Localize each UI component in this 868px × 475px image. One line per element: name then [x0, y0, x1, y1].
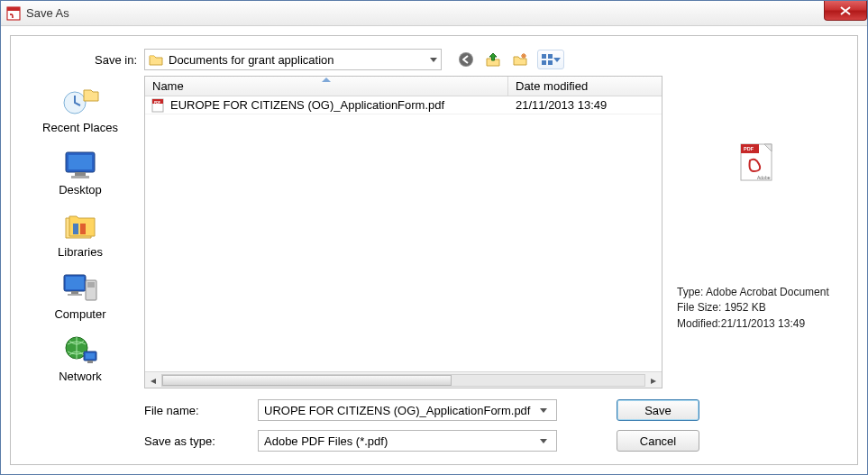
column-name-label: Name [152, 79, 184, 93]
file-name: EUROPE FOR CITIZENS (OG)_ApplicationForm… [170, 98, 444, 112]
place-label: Recent Places [42, 121, 118, 134]
places-bar: Recent Places Desktop Libraries [22, 76, 139, 388]
folder-icon [149, 53, 163, 66]
place-label: Desktop [59, 183, 102, 196]
svg-rect-7 [542, 60, 546, 65]
svg-rect-18 [71, 291, 78, 294]
file-row[interactable]: PDF EUROPE FOR CITIZENS (OG)_Application… [145, 96, 662, 114]
svg-rect-24 [86, 353, 95, 359]
preview-thumbnail: PDF Adobe [677, 81, 837, 243]
meta-type-value: Adobe Acrobat Document [706, 286, 829, 298]
place-network[interactable]: Network [26, 328, 134, 388]
meta-modified-value: 21/11/2013 13:49 [721, 317, 805, 330]
network-icon [60, 332, 100, 368]
scroll-thumb[interactable] [162, 375, 452, 386]
cancel-button[interactable]: Cancel [617, 430, 699, 452]
filename-input[interactable]: UROPE FOR CITIZENS (OG)_ApplicationForm.… [258, 399, 557, 421]
chevron-down-icon [430, 58, 437, 62]
svg-text:Adobe: Adobe [757, 175, 771, 180]
preview-metadata: Type: Adobe Acrobat Document File Size: … [677, 285, 837, 332]
place-recent[interactable]: Recent Places [26, 79, 134, 140]
filename-row: File name: UROPE FOR CITIZENS (OG)_Appli… [144, 399, 841, 421]
filename-label: File name: [144, 404, 234, 417]
save-in-row: Save in: Documents for grant application [22, 49, 841, 70]
savetype-combo[interactable]: Adobe PDF Files (*.pdf) [258, 430, 557, 452]
column-date-header[interactable]: Date modified [508, 77, 662, 96]
meta-modified-label: Modified: [677, 317, 721, 330]
svg-text:PDF: PDF [154, 100, 161, 104]
svg-rect-1 [7, 7, 20, 11]
sort-ascending-icon [322, 78, 331, 82]
svg-rect-5 [542, 54, 546, 59]
place-label: Libraries [58, 245, 103, 259]
svg-rect-15 [80, 224, 86, 234]
place-label: Computer [54, 307, 105, 321]
chevron-down-icon [536, 439, 551, 443]
bottom-controls: File name: UROPE FOR CITIZENS (OG)_Appli… [22, 399, 841, 452]
computer-icon [60, 269, 100, 306]
svg-rect-12 [75, 172, 86, 176]
chevron-down-icon [536, 408, 551, 413]
nav-toolbar [456, 50, 564, 69]
titlebar: Save As [1, 1, 867, 26]
svg-point-3 [460, 53, 472, 66]
up-one-level-button[interactable] [483, 50, 503, 69]
file-date: 21/11/2013 13:49 [508, 98, 662, 112]
horizontal-scrollbar[interactable]: ◂ ▸ [145, 371, 662, 388]
svg-rect-11 [69, 155, 92, 169]
svg-rect-21 [87, 282, 95, 288]
meta-size-value: 1952 KB [725, 301, 766, 314]
meta-size-label: File Size: [677, 301, 721, 314]
svg-text:PDF: PDF [744, 146, 754, 151]
view-menu-button[interactable] [537, 50, 564, 69]
save-in-value: Documents for grant application [169, 53, 425, 67]
meta-type-label: Type: [677, 286, 703, 298]
svg-rect-14 [73, 224, 78, 234]
svg-rect-8 [548, 60, 553, 65]
savetype-label: Save as type: [144, 434, 234, 448]
chevron-down-icon [553, 58, 561, 62]
place-computer[interactable]: Computer [26, 266, 134, 326]
desktop-icon [60, 145, 100, 181]
filelist-area: Name Date modified PDF [144, 76, 662, 388]
back-button[interactable] [456, 50, 476, 69]
scroll-left-icon[interactable]: ◂ [145, 373, 161, 388]
file-list-body[interactable]: PDF EUROPE FOR CITIZENS (OG)_Application… [145, 96, 662, 371]
place-label: Network [59, 370, 102, 383]
dialog-content: Save in: Documents for grant application [10, 35, 858, 465]
save-in-label: Save in: [65, 53, 137, 67]
svg-rect-13 [71, 176, 89, 178]
main-area: Recent Places Desktop Libraries [22, 76, 841, 388]
place-libraries[interactable]: Libraries [26, 204, 134, 264]
svg-rect-25 [87, 361, 93, 363]
save-as-dialog: Save As Save in: Documents for grant app… [0, 0, 868, 475]
column-name-header[interactable]: Name [145, 77, 508, 96]
new-folder-button[interactable] [510, 50, 530, 69]
column-date-label: Date modified [516, 79, 588, 93]
scroll-right-icon[interactable]: ▸ [645, 373, 662, 388]
recent-places-icon [60, 83, 100, 119]
savetype-row: Save as type: Adobe PDF Files (*.pdf) Ca… [144, 430, 841, 452]
savetype-value: Adobe PDF Files (*.pdf) [264, 434, 536, 448]
svg-rect-19 [68, 294, 82, 296]
window-title: Save As [26, 6, 69, 20]
place-desktop[interactable]: Desktop [26, 142, 134, 202]
close-button[interactable] [824, 1, 867, 21]
app-icon [6, 6, 21, 21]
svg-rect-17 [66, 277, 84, 289]
svg-rect-6 [548, 54, 553, 59]
save-button[interactable]: Save [617, 399, 699, 421]
libraries-icon [60, 207, 100, 243]
scroll-track[interactable] [161, 374, 645, 387]
filename-value: UROPE FOR CITIZENS (OG)_ApplicationForm.… [264, 404, 536, 417]
file-list: Name Date modified PDF [144, 76, 662, 388]
pdf-file-icon: PDF [151, 98, 165, 113]
file-list-header: Name Date modified [145, 77, 662, 96]
preview-pane: PDF Adobe Type: Adobe Acrobat Document F… [668, 76, 841, 388]
save-in-combo[interactable]: Documents for grant application [144, 49, 442, 70]
